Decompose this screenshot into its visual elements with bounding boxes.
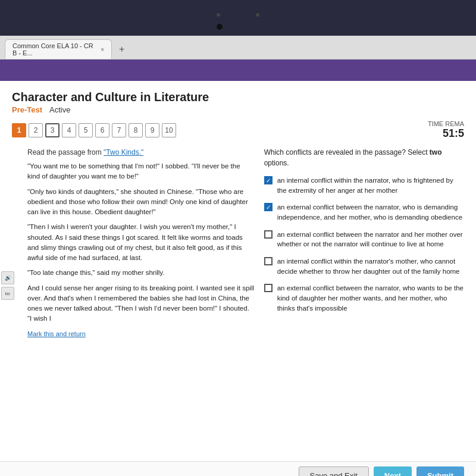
- dot-left: [217, 13, 220, 17]
- option-checkbox-2[interactable]: [264, 203, 273, 211]
- time-remaining-label: TIME REMA: [428, 120, 464, 127]
- option-item-3[interactable]: an external conflict between the narrato…: [264, 230, 464, 249]
- read-label: Read the passage from: [27, 148, 104, 156]
- passage-text: "You want me to be something that I'm no…: [27, 161, 255, 324]
- submit-button[interactable]: Submit: [416, 466, 464, 476]
- next-button[interactable]: Next: [374, 466, 412, 476]
- time-remaining: TIME REMA 51:5: [428, 120, 464, 140]
- option-item-2[interactable]: an external conflict between the narrato…: [264, 202, 464, 222]
- passage-para-4: "Too late change this," said my mother s…: [27, 268, 255, 278]
- question-nav-item-9[interactable]: 9: [145, 123, 159, 137]
- question-nav-item-10[interactable]: 10: [162, 123, 176, 137]
- tab-close-button[interactable]: ×: [101, 46, 104, 53]
- option-checkbox-3[interactable]: [264, 230, 273, 239]
- question-nav-item-5[interactable]: 5: [79, 123, 93, 137]
- left-column: Read the passage from "Two Kinds." "You …: [27, 147, 255, 452]
- passage-para-3: "Then I wish I weren't your daughter. I …: [27, 222, 255, 263]
- tab-title: Common Core ELA 10 - CR B - E...: [12, 42, 97, 57]
- side-icons: 🔊 bc: [1, 271, 14, 300]
- browser-chrome: Common Core ELA 10 - CR B - E... × +: [0, 36, 476, 60]
- option-text-5: an external conflict between the narrato…: [277, 283, 464, 313]
- tab-bar: Common Core ELA 10 - CR B - E... × +: [0, 36, 476, 59]
- status-label: Active: [49, 105, 70, 114]
- bc-icon[interactable]: bc: [1, 287, 14, 300]
- browser-tab[interactable]: Common Core ELA 10 - CR B - E... ×: [5, 39, 112, 59]
- pre-test-label: Pre-Test: [12, 105, 42, 114]
- question-nav-item-4[interactable]: 4: [62, 123, 76, 137]
- subtitle-row: Pre-Test Active: [12, 105, 464, 114]
- passage-para-2: "Only two kinds of daughters," she shout…: [27, 187, 255, 218]
- new-tab-button[interactable]: +: [114, 43, 129, 56]
- mark-return-link[interactable]: Mark this and return: [27, 329, 255, 339]
- question-nav-item-6[interactable]: 6: [95, 123, 109, 137]
- option-checkbox-4[interactable]: [264, 257, 273, 265]
- bottom-buttons: Save and Exit Next Submit: [299, 466, 464, 476]
- option-text-4: an internal conflict within the narrator…: [277, 256, 464, 276]
- page-title: Character and Culture in Literature: [12, 90, 464, 104]
- page-content: Character and Culture in Literature Pre-…: [0, 60, 476, 476]
- option-item-4[interactable]: an internal conflict within the narrator…: [264, 256, 464, 276]
- question-nav-item-3[interactable]: 3: [45, 123, 60, 137]
- option-text-3: an external conflict between the narrato…: [277, 230, 464, 249]
- read-passage-label: Read the passage from "Two Kinds.": [27, 147, 255, 158]
- option-item-5[interactable]: an external conflict between the narrato…: [264, 283, 464, 313]
- camera: [217, 24, 223, 30]
- question-nav-item-1[interactable]: 1: [12, 123, 26, 137]
- main-area: Character and Culture in Literature Pre-…: [0, 81, 476, 461]
- dot-right: [256, 13, 259, 17]
- question-nav-item-2[interactable]: 2: [29, 123, 43, 137]
- purple-header-bar: [0, 60, 476, 81]
- right-column: Which conflicts are revealed in the pass…: [264, 147, 464, 452]
- save-exit-button[interactable]: Save and Exit: [299, 466, 369, 476]
- passage-link[interactable]: "Two Kinds.": [104, 148, 143, 156]
- option-text-1: an internal conflict within the narrator…: [277, 176, 464, 195]
- question-nav-item-8[interactable]: 8: [129, 123, 143, 137]
- passage-para-5: And I could sense her anger rising to it…: [27, 283, 255, 324]
- question-text: Which conflicts are revealed in the pass…: [264, 147, 464, 168]
- passage-para-1: "You want me to be something that I'm no…: [27, 161, 255, 182]
- audio-icon[interactable]: 🔊: [1, 271, 14, 284]
- time-value: 51:5: [428, 127, 464, 140]
- question-nav-item-7[interactable]: 7: [112, 123, 126, 137]
- option-checkbox-1[interactable]: [264, 176, 273, 184]
- monitor-dots: [217, 13, 259, 17]
- option-checkbox-5[interactable]: [264, 284, 273, 292]
- option-item-1[interactable]: an internal conflict within the narrator…: [264, 176, 464, 195]
- option-text-2: an external conflict between the narrato…: [277, 202, 464, 222]
- bottom-bar: Save and Exit Next Submit: [0, 461, 476, 476]
- monitor-bezel: [0, 0, 476, 36]
- two-column-layout: Read the passage from "Two Kinds." "You …: [12, 147, 464, 452]
- question-nav: 1 2 3 4 5 6 7 8 9 10 TIME REMA 51:5: [12, 120, 464, 140]
- question-text-content: Which conflicts are revealed in the pass…: [264, 148, 442, 167]
